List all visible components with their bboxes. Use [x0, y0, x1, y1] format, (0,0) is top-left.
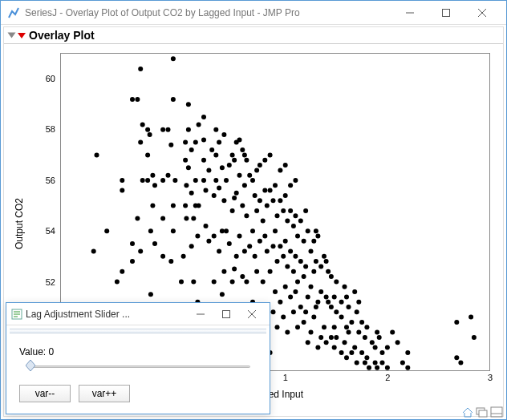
data-point[interactable]	[191, 216, 196, 220]
data-point[interactable]	[293, 213, 298, 218]
data-point[interactable]	[364, 325, 369, 329]
data-point[interactable]	[315, 345, 320, 350]
data-point[interactable]	[193, 178, 198, 183]
data-point[interactable]	[311, 269, 316, 274]
data-point[interactable]	[324, 294, 329, 299]
data-point[interactable]	[204, 188, 209, 193]
data-point[interactable]	[454, 355, 459, 360]
disclosure-icon[interactable]	[8, 33, 16, 38]
data-point[interactable]	[244, 279, 249, 284]
data-point[interactable]	[172, 178, 177, 183]
dock-icon[interactable]	[490, 406, 503, 418]
close-button[interactable]	[464, 2, 500, 24]
data-point[interactable]	[171, 204, 176, 208]
data-point[interactable]	[278, 198, 282, 203]
data-point[interactable]	[206, 239, 211, 244]
data-point[interactable]	[347, 305, 351, 309]
data-point[interactable]	[148, 132, 152, 137]
data-point[interactable]	[201, 178, 206, 183]
data-point[interactable]	[273, 228, 278, 233]
data-point[interactable]	[120, 188, 124, 193]
data-point[interactable]	[355, 361, 359, 365]
data-point[interactable]	[201, 137, 206, 142]
data-point[interactable]	[160, 216, 165, 220]
data-point[interactable]	[332, 294, 337, 299]
data-point[interactable]	[306, 294, 310, 299]
data-point[interactable]	[302, 320, 306, 325]
data-point[interactable]	[363, 335, 367, 340]
data-point[interactable]	[191, 279, 196, 284]
data-point[interactable]	[344, 325, 349, 329]
data-point[interactable]	[135, 216, 140, 220]
data-point[interactable]	[339, 350, 344, 355]
maximize-button[interactable]	[428, 2, 464, 24]
data-point[interactable]	[318, 289, 323, 294]
data-point[interactable]	[363, 361, 367, 365]
data-point[interactable]	[291, 269, 296, 274]
data-point[interactable]	[221, 132, 226, 137]
data-point[interactable]	[138, 67, 143, 71]
var-plus-button[interactable]: var++	[79, 385, 130, 402]
data-point[interactable]	[254, 168, 259, 172]
data-point[interactable]	[309, 330, 314, 335]
data-point[interactable]	[232, 196, 237, 200]
data-point[interactable]	[217, 140, 221, 145]
data-point[interactable]	[303, 208, 308, 213]
data-point[interactable]	[271, 244, 276, 248]
data-point[interactable]	[95, 152, 99, 157]
data-point[interactable]	[377, 335, 382, 340]
data-point[interactable]	[181, 254, 186, 259]
data-point[interactable]	[254, 208, 259, 213]
data-point[interactable]	[385, 345, 390, 350]
data-point[interactable]	[314, 228, 318, 233]
data-point[interactable]	[258, 163, 262, 168]
data-point[interactable]	[145, 152, 150, 157]
data-point[interactable]	[168, 143, 173, 147]
data-point[interactable]	[262, 234, 267, 239]
data-point[interactable]	[326, 300, 331, 305]
data-point[interactable]	[189, 244, 194, 248]
data-point[interactable]	[298, 259, 303, 264]
data-point[interactable]	[220, 292, 225, 297]
data-point[interactable]	[183, 204, 188, 208]
data-point[interactable]	[224, 228, 229, 233]
data-point[interactable]	[145, 127, 150, 132]
data-point[interactable]	[138, 140, 143, 145]
data-point[interactable]	[250, 178, 255, 183]
data-point[interactable]	[183, 158, 188, 163]
slider-thumb[interactable]	[26, 360, 35, 371]
data-point[interactable]	[293, 254, 298, 259]
data-point[interactable]	[332, 325, 337, 329]
data-point[interactable]	[352, 345, 357, 350]
data-point[interactable]	[295, 279, 300, 284]
data-point[interactable]	[324, 340, 329, 345]
data-point[interactable]	[349, 320, 354, 325]
data-point[interactable]	[315, 234, 320, 239]
data-point[interactable]	[390, 330, 395, 335]
data-point[interactable]	[237, 137, 242, 142]
data-point[interactable]	[201, 115, 206, 119]
data-point[interactable]	[227, 241, 232, 246]
data-point[interactable]	[349, 350, 354, 355]
data-point[interactable]	[201, 158, 206, 163]
data-point[interactable]	[230, 208, 235, 213]
data-point[interactable]	[261, 279, 266, 284]
data-point[interactable]	[258, 198, 262, 203]
data-point[interactable]	[311, 315, 316, 320]
data-point[interactable]	[148, 292, 153, 297]
data-point[interactable]	[288, 208, 293, 213]
data-point[interactable]	[291, 224, 296, 228]
data-point[interactable]	[234, 254, 239, 259]
data-point[interactable]	[318, 264, 323, 269]
data-point[interactable]	[212, 193, 217, 198]
windows-list-icon[interactable]	[476, 406, 489, 418]
data-point[interactable]	[303, 309, 308, 314]
data-point[interactable]	[285, 264, 290, 269]
data-point[interactable]	[220, 165, 225, 170]
data-point[interactable]	[278, 168, 282, 172]
titlebar[interactable]: SeriesJ - Overlay Plot of Output CO2 by …	[1, 1, 506, 25]
data-point[interactable]	[166, 173, 171, 178]
data-point[interactable]	[468, 315, 473, 320]
data-point[interactable]	[253, 254, 258, 259]
data-point[interactable]	[367, 365, 371, 370]
